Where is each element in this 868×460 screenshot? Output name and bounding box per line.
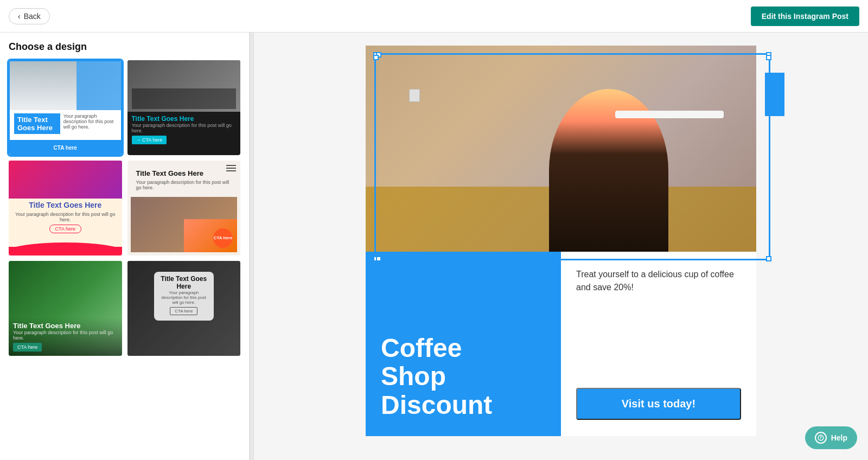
- card-1-cta-row: CTA here: [10, 140, 121, 154]
- right-accent-block: [765, 73, 784, 116]
- post-photo-area: [366, 46, 756, 252]
- card-5-cta: CTA here: [13, 343, 42, 352]
- selection-box: [374, 53, 770, 260]
- card-6-image: Title Text Goes Here Your paragraph desc…: [127, 261, 241, 356]
- main-layout: Choose a design Title Text Goes Here You…: [0, 33, 868, 460]
- card-3-title: Title Text Goes Here: [9, 199, 122, 212]
- post-main-title: Coffee Shop Discount: [381, 334, 546, 420]
- card-4-title: Title Text Goes Here: [132, 165, 237, 180]
- handle-bm[interactable]: [376, 256, 381, 261]
- design-card-4[interactable]: Title Text Goes Here Your paragraph desc…: [127, 161, 241, 255]
- card-6-title: Title Text Goes Here: [159, 275, 208, 290]
- card-5-image: Title Text Goes Here Your paragraph desc…: [9, 261, 122, 356]
- card-5-para: Your paragraph description for this post…: [13, 330, 118, 341]
- design-card-1[interactable]: Title Text Goes Here Your paragraph desc…: [9, 60, 122, 155]
- card-3-para: Your paragraph description for this post…: [9, 212, 122, 222]
- header: ‹ Back Edit this Instagram Post: [0, 0, 868, 33]
- card-2-image: [127, 60, 241, 112]
- card-6-para: Your paragraph description for this post…: [159, 290, 208, 305]
- card-1-title: Title Text Goes Here: [14, 113, 60, 134]
- card-2-cta: → CTA here: [132, 136, 167, 144]
- handle-ml[interactable]: [373, 55, 379, 60]
- help-button[interactable]: Help: [805, 426, 857, 449]
- panel-divider: [250, 33, 254, 460]
- post-cta-button[interactable]: Visit us today!: [576, 388, 741, 420]
- card-6-cta: CTA here: [170, 307, 197, 315]
- right-panel: Coffee Shop Discount Treat yourself to a…: [254, 33, 868, 460]
- post-description: Treat yourself to a delicious cup of cof…: [576, 268, 741, 294]
- post-preview: Coffee Shop Discount Treat yourself to a…: [366, 46, 756, 436]
- choose-design-title: Choose a design: [9, 41, 240, 53]
- design-card-2[interactable]: Title Text Goes Here Your paragraph desc…: [127, 60, 241, 155]
- left-panel: Choose a design Title Text Goes Here You…: [0, 33, 250, 460]
- card-4-image: CTA here: [131, 197, 238, 252]
- card-4-lines-icon: [226, 165, 236, 171]
- card-4-para: Your paragraph description for this post…: [132, 180, 237, 193]
- card-1-para: Your paragraph description for this post…: [63, 113, 117, 130]
- designs-grid: Title Text Goes Here Your paragraph desc…: [9, 60, 240, 356]
- card-1-cta-label: CTA here: [54, 145, 77, 151]
- card-1-bottom: Title Text Goes Here Your paragraph desc…: [10, 110, 121, 140]
- card-3-cta: CTA here: [49, 225, 81, 233]
- back-arrow-icon: ‹: [18, 12, 21, 21]
- card-2-content: Title Text Goes Here Your paragraph desc…: [127, 112, 241, 155]
- card-5-title: Title Text Goes Here: [13, 322, 118, 330]
- card-1-image: [10, 61, 121, 110]
- card-4-cta: CTA here: [213, 228, 233, 248]
- post-right-bottom: Treat yourself to a delicious cup of cof…: [561, 252, 756, 436]
- post-left-bottom: Coffee Shop Discount: [366, 252, 561, 436]
- design-card-6[interactable]: Title Text Goes Here Your paragraph desc…: [127, 261, 241, 356]
- design-card-3[interactable]: Title Text Goes Here Your paragraph desc…: [9, 161, 122, 255]
- handle-mr[interactable]: [766, 55, 771, 60]
- handle-br[interactable]: [766, 256, 771, 261]
- edit-instagram-button[interactable]: Edit this Instagram Post: [751, 7, 859, 26]
- card-3-image: [9, 161, 122, 199]
- preview-container: Coffee Shop Discount Treat yourself to a…: [366, 46, 756, 447]
- back-button[interactable]: ‹ Back: [9, 8, 50, 24]
- card-6-text-box: Title Text Goes Here Your paragraph desc…: [154, 272, 214, 321]
- help-label: Help: [831, 433, 847, 442]
- back-label: Back: [24, 12, 41, 21]
- card-2-para: Your paragraph description for this post…: [132, 123, 237, 133]
- design-card-5[interactable]: Title Text Goes Here Your paragraph desc…: [9, 261, 122, 356]
- card-2-title: Title Text Goes Here: [132, 115, 237, 123]
- help-icon: [815, 432, 827, 444]
